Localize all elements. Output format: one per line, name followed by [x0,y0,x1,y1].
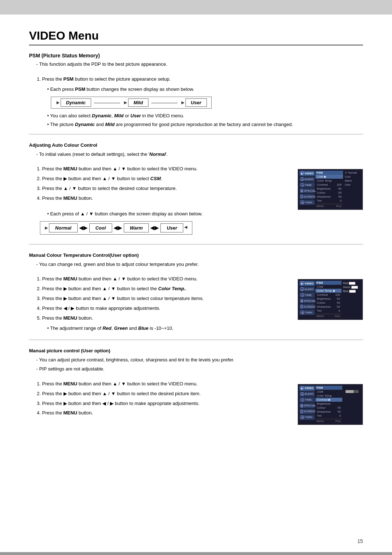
colour-flow-diagram: ► Normal ◀▶ Cool ◀▶ Warm ◀▶ User ► [40,221,192,235]
psm-flow-diagram: ► Dynamic ———— ► Mild ———— ► User [51,97,212,109]
mp-item-brightness: Brightness [315,402,342,406]
menu-item-colortemp: Color Temp. [315,179,343,183]
sidebar-special: ✿ SPECIAL [299,188,315,193]
page-number: 15 [357,538,363,544]
menu-item-contrast: Contrast 100 [315,183,343,187]
mp-item-tint: Tint 0 [315,414,342,418]
sub-user: User [344,183,361,187]
mp-item-colour: Colour 50 [315,406,342,410]
manual-colour-section: Press the MENU button and then ▲ / ▼ but… [29,275,363,333]
manual-colour-text: Press the MENU button and then ▲ / ▼ but… [29,275,290,333]
auto-colour-step1: Press the MENU button and then ▲ / ▼ but… [42,165,290,173]
mc-footer-left: MENU [317,315,324,317]
mc-step3: Press the ▶ button and then ▲ / ▼ button… [42,295,290,303]
mc-step2: Press the ▶ button and then ▲ / ▼ button… [42,285,290,293]
mc-video-icon: ▶ [301,281,304,285]
time-icon: ⊙ [301,183,304,187]
mp-header-psm: PSM [315,386,342,390]
mc-sidebar-special: ✿ SPECIAL [299,298,315,303]
page-title: VIDEO Menu [29,29,363,45]
mp-menu-bottom: MENU Prev. [315,419,342,423]
manual-colour-desc: - You can change red, green and blue to … [29,261,363,268]
psm-bullet2: You can also select Dynamic, Mild or Use… [40,112,363,119]
manual-colour-menu-screenshot: ▶ VIDEO ◎ AUDIO ⊙ TIME [298,279,363,320]
mp-twin-icon: ⊞ [301,416,304,419]
mc-item-sharpness: Sharpness 50 [315,305,342,309]
mc-sidebar-screen: □ SCREEN [299,304,315,309]
mp-screen-icon: □ [301,410,303,413]
cf-box-user: User [160,223,183,232]
mc-special-icon: ✿ [301,299,303,303]
auto-colour-below: Each press of ▲ / ▼ button changes the s… [40,210,290,218]
mc-sub-blue: Blue [343,289,360,293]
menu-item-colour: Colour 50 [315,191,343,195]
menu-img-mp: ▶ VIDEO ◎ AUDIO ⊙ TIME [298,384,363,425]
mp-menu-inner: ▶ VIDEO ◎ AUDIO ⊙ TIME [299,386,361,423]
mp-menu-center: PSM CSM Color Temp. Contrast ▶ Brightnes… [315,386,342,423]
manual-picture-menu-screenshot: ▶ VIDEO ◎ AUDIO ⊙ TIME [298,384,363,425]
line1: ———— [91,99,123,106]
mc-sub-red: Red [343,281,360,285]
mp-special-icon: ✿ [301,404,303,408]
mp-item-colortemp: Color Temp. [315,394,342,398]
mp-item-csm: CSM [315,390,342,394]
arrow-start: ► [56,100,61,105]
mc-sidebar: ▶ VIDEO ◎ AUDIO ⊙ TIME [299,281,315,318]
mp-desc1: - You can adjust picture contrast, brigh… [29,356,363,364]
mp-sidebar-special: ✿ SPECIAL [299,403,315,408]
mp-item-contrast: Contrast ▶ [315,398,342,402]
manual-picture-section: Press the MENU button and then ▲ / ▼ but… [29,380,363,425]
mc-twin-icon: ⊞ [301,311,304,314]
mp-sidebar-screen: □ SCREEN [299,409,315,414]
mc-time-icon: ⊙ [301,293,304,297]
menu-header-psm: PSM [315,171,343,175]
mc-sidebar-twin: ⊞ TWIN [299,310,315,315]
cf-box-normal: Normal [49,223,78,232]
cf-box-cool: Cool [89,223,112,232]
menu-center: PSM CSM ▶ Color Temp. Contrast 100 Brigh… [315,171,343,208]
top-bar [0,0,392,15]
mc-step1: Press the MENU button and then ▲ / ▼ but… [42,275,290,283]
mp-sidebar-audio: ◎ AUDIO [299,392,315,397]
video-icon: ▶ [301,171,304,175]
sidebar-audio: ◎ AUDIO [299,177,315,182]
sub-cool: Cool [344,175,361,179]
psm-bullet3: The picture Dynamic and Mild are program… [40,121,363,128]
mp-step3: Press the ▶ button and then ◀ / ▶ button… [42,400,290,408]
mc-item-brightness: Brightness 60 [315,297,342,301]
auto-colour-section: Press the MENU button and then ▲ / ▼ but… [29,165,363,238]
psm-step1: Press the PSM button to select the pictu… [42,76,363,83]
auto-colour-step3: Press the ▲ / ▼ button to select the des… [42,185,290,193]
mc-screen-icon: □ [301,305,303,308]
auto-colour-step4: Press the MENU button. [42,195,290,202]
mc-audio-icon: ◎ [301,287,304,291]
line2: ———— [148,99,180,106]
mc-sidebar-audio: ◎ AUDIO [299,287,315,292]
mc-sub: Red Green Blue [342,281,361,318]
slider-fill [346,390,354,393]
menu-footer-left: MENU [317,205,324,207]
menu-sidebar: ▶ VIDEO ◎ AUDIO ⊙ TIME [299,171,315,208]
flow-box-dynamic: Dynamic [61,98,91,107]
mp-footer-left: MENU [317,420,324,422]
menu-item-sharpness: Sharpness 50 [315,195,343,199]
menu-inner: ▶ VIDEO ◎ AUDIO ⊙ TIME [299,171,361,208]
mp-sidebar: ▶ VIDEO ◎ AUDIO ⊙ TIME [299,386,315,423]
mc-item-contrast: Contrast 100 [315,293,342,297]
mp-sub-slider [343,386,361,423]
menu-img-mc: ▶ VIDEO ◎ AUDIO ⊙ TIME [298,279,363,320]
psm-bullet-block: Each press PSM button changes the screen… [40,86,363,128]
screen-icon: □ [301,195,303,198]
mc-header-psm: PSM [315,281,342,285]
mc-note-bullet: The adjustment range of Red, Green and B… [40,325,290,332]
mc-item-colour: Colour 50 [315,301,342,305]
green-box [351,286,358,289]
menu-item-csm: CSM ▶ [315,175,343,179]
manual-picture-title: Manual picture control (User option) [29,348,363,353]
menu-footer-right: Prev. [336,205,342,207]
sidebar-screen: □ SCREEN [299,194,315,199]
auto-colour-title: Adjusting Auto Colour Control [29,142,363,148]
sidebar-video: ▶ VIDEO [299,171,315,176]
cf-arrow3: ◀▶ [149,224,160,231]
page: VIDEO Menu PSM (Picture Status Memory) -… [0,0,392,555]
